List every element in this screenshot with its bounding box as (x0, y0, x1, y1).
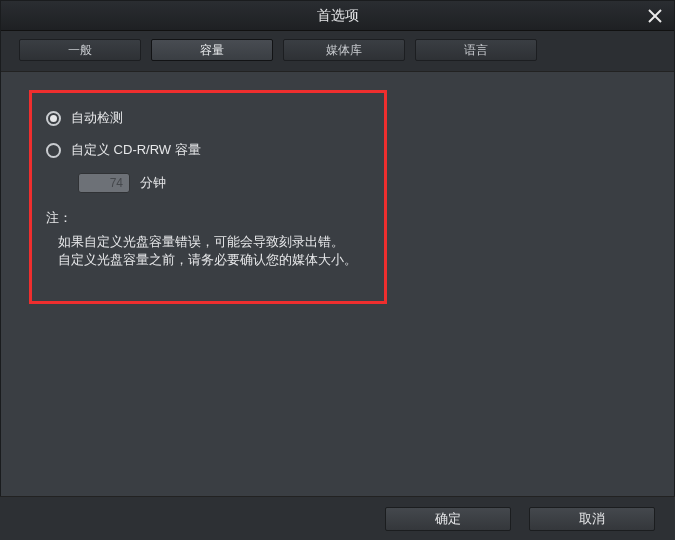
tab-library[interactable]: 媒体库 (283, 39, 405, 61)
highlight-box: 自动检测 自定义 CD-R/RW 容量 分钟 注： 如果自定义光盘容量错误，可能… (29, 90, 387, 304)
radio-auto-detect-label: 自动检测 (71, 109, 123, 127)
close-icon[interactable] (642, 3, 668, 29)
minutes-row: 分钟 (78, 173, 370, 193)
ok-button[interactable]: 确定 (385, 507, 511, 531)
tab-language[interactable]: 语言 (415, 39, 537, 61)
tab-bar: 一般 容量 媒体库 语言 (1, 31, 674, 72)
cancel-button[interactable]: 取消 (529, 507, 655, 531)
radio-unselected-icon (46, 143, 61, 158)
note-line-1: 如果自定义光盘容量错误，可能会导致刻录出错。 (58, 233, 370, 251)
radio-selected-icon (46, 111, 61, 126)
note-line-2: 自定义光盘容量之前，请务必要确认您的媒体大小。 (58, 251, 370, 269)
tab-general[interactable]: 一般 (19, 39, 141, 61)
content-area: 自动检测 自定义 CD-R/RW 容量 分钟 注： 如果自定义光盘容量错误，可能… (1, 72, 674, 522)
footer: 确定 取消 (0, 496, 675, 540)
minutes-unit-label: 分钟 (140, 174, 166, 192)
radio-custom-capacity[interactable]: 自定义 CD-R/RW 容量 (46, 141, 370, 159)
tab-capacity[interactable]: 容量 (151, 39, 273, 61)
radio-custom-label: 自定义 CD-R/RW 容量 (71, 141, 201, 159)
window-title: 首选项 (317, 7, 359, 25)
minutes-input[interactable] (78, 173, 130, 193)
radio-auto-detect[interactable]: 自动检测 (46, 109, 370, 127)
titlebar: 首选项 (1, 1, 674, 31)
note-title: 注： (46, 209, 370, 227)
